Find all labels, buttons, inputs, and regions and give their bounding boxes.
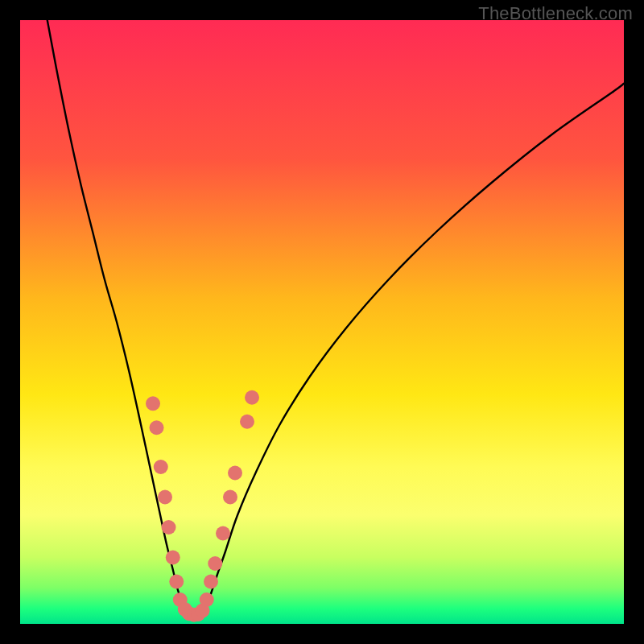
marker-dot	[169, 575, 184, 589]
marker-dot	[166, 551, 180, 565]
marker-dot	[150, 420, 164, 435]
marker-dot	[216, 526, 230, 541]
bottleneck-chart	[20, 20, 624, 624]
marker-dot	[200, 592, 214, 607]
gradient-background	[20, 20, 624, 624]
marker-dot	[223, 490, 237, 505]
marker-dot	[245, 390, 259, 405]
marker-dot	[240, 415, 254, 429]
watermark-text: TheBottleneck.com	[478, 3, 633, 24]
plot-frame	[20, 20, 624, 624]
marker-dot	[158, 490, 172, 505]
marker-dot	[146, 396, 160, 411]
marker-dot	[228, 466, 242, 481]
marker-dot	[208, 556, 222, 571]
marker-dot	[162, 520, 176, 535]
marker-dot	[204, 575, 218, 589]
marker-dot	[154, 460, 168, 474]
